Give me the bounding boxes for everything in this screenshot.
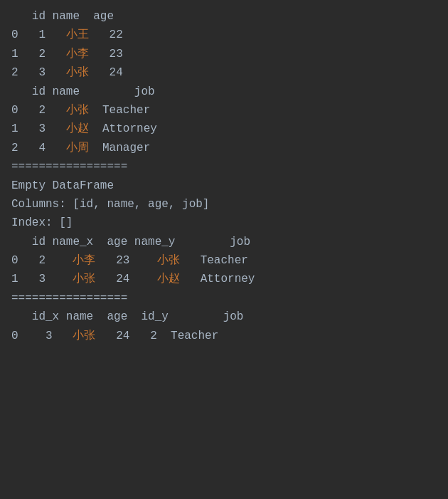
chinese-char: 小 — [157, 273, 169, 285]
chinese-char: 小 — [66, 28, 78, 41]
chinese-char: 赵 — [169, 273, 180, 285]
line-10: Columns: [id, name, age, job] — [11, 195, 437, 214]
line-11: Index: [] — [11, 214, 437, 232]
line-1: 0 1 小王 22 — [11, 26, 437, 44]
line-2: 1 2 小李 23 — [11, 45, 437, 63]
line-14: 1 3 小张 24 小赵 Attorney — [11, 270, 437, 288]
chinese-char: 小 — [66, 48, 78, 61]
chinese-char: 小 — [66, 104, 78, 117]
chinese-char: 李 — [84, 254, 95, 267]
line-12: id name_x age name_y job — [11, 233, 437, 251]
chinese-char: 赵 — [78, 122, 89, 135]
chinese-char: 小 — [157, 254, 169, 267]
line-9: Empty DataFrame — [11, 177, 437, 195]
chinese-char: 张 — [169, 254, 180, 267]
line-3: 2 3 小张 24 — [11, 63, 437, 82]
line-6: 1 3 小赵 Attorney — [11, 120, 437, 138]
chinese-char: 小 — [66, 66, 78, 79]
line-0: id name age — [11, 7, 437, 26]
chinese-char: 周 — [78, 142, 89, 154]
line-15: ================= — [11, 289, 437, 308]
chinese-char: 小 — [66, 122, 78, 135]
chinese-char: 小 — [73, 330, 84, 342]
chinese-char: 张 — [84, 330, 95, 342]
chinese-char: 王 — [78, 28, 89, 41]
chinese-char: 小 — [73, 273, 84, 285]
line-13: 0 2 小李 23 小张 Teacher — [11, 251, 437, 270]
chinese-char: 张 — [78, 66, 89, 79]
line-5: 0 2 小张 Teacher — [11, 101, 437, 120]
line-7: 2 4 小周 Manager — [11, 139, 437, 157]
line-4: id name job — [11, 83, 437, 101]
line-16: id_x name age id_y job — [11, 308, 437, 326]
chinese-char: 小 — [66, 142, 78, 154]
line-17: 0 3 小张 24 2 Teacher — [11, 327, 437, 345]
chinese-char: 张 — [84, 273, 95, 285]
chinese-char: 李 — [78, 48, 89, 61]
terminal-output: id name age0 1 小王 221 2 小李 232 3 小张 24 i… — [11, 7, 437, 345]
line-8: ================= — [11, 157, 437, 176]
chinese-char: 小 — [73, 254, 84, 267]
chinese-char: 张 — [78, 104, 89, 117]
